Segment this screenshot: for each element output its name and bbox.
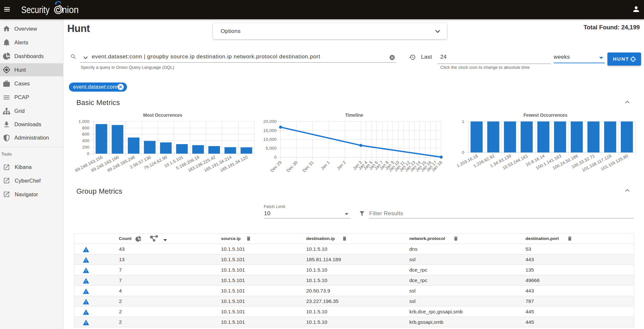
svg-text:Jan 1: Jan 1 (320, 160, 331, 171)
svg-text:400: 400 (82, 138, 89, 143)
svg-text:15,000: 15,000 (263, 128, 277, 133)
svg-text:20,000: 20,000 (263, 119, 277, 124)
svg-text:1: 1 (462, 119, 464, 124)
svg-text:800: 800 (82, 126, 89, 130)
svg-text:Dec 31: Dec 31 (301, 160, 315, 173)
svg-text:5,000: 5,000 (266, 146, 277, 151)
svg-text:Dec 29: Dec 29 (269, 160, 283, 173)
svg-text:Timeline: Timeline (345, 112, 363, 118)
svg-text:1,000: 1,000 (78, 119, 89, 124)
svg-text:185.191.34.120: 185.191.34.120 (219, 155, 249, 173)
svg-text:0: 0 (274, 155, 276, 160)
svg-text:600: 600 (82, 132, 89, 137)
svg-text:Fewest Occurrences: Fewest Occurrences (524, 112, 568, 118)
svg-text:200: 200 (82, 145, 89, 150)
svg-text:Dec 30: Dec 30 (285, 160, 299, 173)
svg-text:0: 0 (87, 151, 89, 156)
svg-text:0: 0 (462, 150, 464, 155)
svg-text:10,000: 10,000 (263, 137, 277, 142)
svg-text:Jan 2: Jan 2 (336, 160, 347, 171)
svg-text:Most Occurrences: Most Occurrences (143, 112, 182, 118)
